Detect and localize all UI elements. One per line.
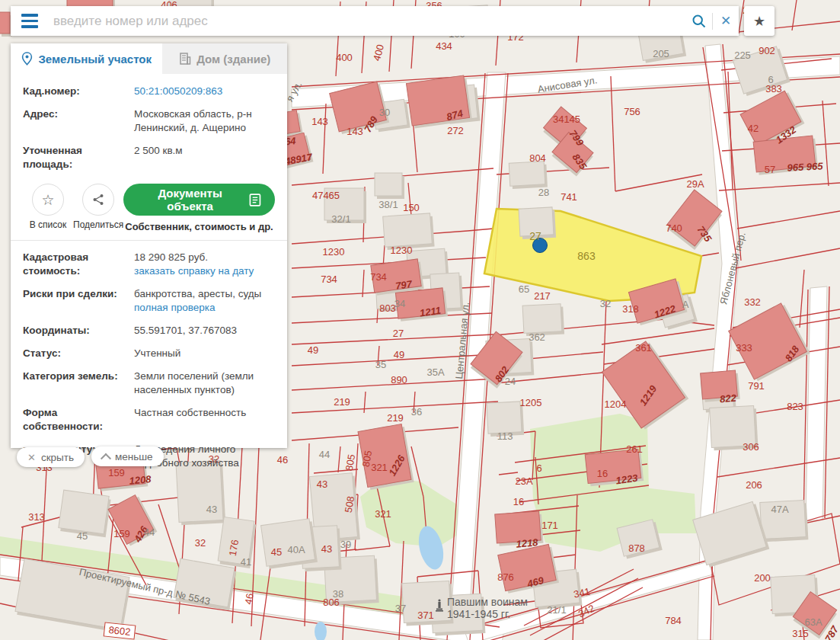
chevron-up-icon bbox=[101, 453, 111, 464]
search-input[interactable] bbox=[49, 14, 686, 29]
share-icon bbox=[82, 184, 114, 216]
tab-label: Дом (здание) bbox=[196, 53, 270, 66]
building-residential bbox=[495, 511, 544, 546]
field-value: банкротства, аресты, суды bbox=[134, 288, 261, 299]
field-row: Координаты:55.591701, 37.767083 bbox=[23, 324, 275, 338]
building bbox=[710, 406, 759, 451]
info-panel: Земельный участок Дом (здание) Кад.номер… bbox=[11, 43, 287, 448]
building-residential bbox=[358, 424, 414, 490]
hide-panel-button[interactable]: ✕ скрыть bbox=[17, 447, 85, 467]
parcel-detail-fields: Кадастровая стоимость:18 290 825 руб.зак… bbox=[23, 251, 275, 470]
field-label: Риски при сделки: bbox=[23, 287, 134, 315]
parcel-marker bbox=[533, 238, 548, 253]
building bbox=[522, 304, 564, 336]
tab-land-parcel[interactable]: Земельный участок bbox=[11, 43, 162, 74]
building-residential bbox=[753, 136, 818, 175]
parcel-main-fields: Кад.номер:50:21:0050209:863Адрес:Московс… bbox=[23, 85, 275, 171]
field-row: Форма собственности:Частная собственност… bbox=[23, 406, 275, 434]
building bbox=[375, 173, 404, 199]
field-row: Кад.номер:50:21:0050209:863 bbox=[23, 85, 275, 98]
document-icon bbox=[249, 193, 261, 207]
field-value: Земли поселений (земли населенных пункто… bbox=[134, 370, 254, 395]
add-to-list-label: В список bbox=[23, 219, 73, 230]
less-label: меньше bbox=[115, 451, 153, 462]
building-residential bbox=[108, 495, 157, 546]
search-bar: ✕ bbox=[11, 6, 739, 36]
building bbox=[324, 188, 366, 223]
tab-house-building[interactable]: Дом (здание) bbox=[162, 43, 287, 74]
field-value[interactable]: 50:21:0050209:863 bbox=[134, 85, 222, 97]
field-label: Уточненная площадь: bbox=[23, 144, 134, 171]
field-value: 2 500 кв.м bbox=[134, 145, 183, 156]
menu-button[interactable] bbox=[11, 6, 49, 36]
field-label: Статус: bbox=[23, 347, 134, 360]
field-label: Кадастровая стоимость: bbox=[23, 251, 134, 278]
building-residential bbox=[667, 190, 722, 250]
docs-caption: Собственник, стоимость и др. bbox=[123, 221, 275, 232]
divider bbox=[11, 240, 287, 241]
add-to-list-button[interactable]: ☆ В список bbox=[23, 184, 73, 230]
field-label: Кад.номер: bbox=[23, 85, 134, 98]
object-documents-button[interactable]: Документы объекта bbox=[123, 184, 275, 216]
field-row: Статус:Учтенный bbox=[23, 347, 275, 360]
building bbox=[760, 501, 809, 542]
field-label: Адрес: bbox=[23, 107, 134, 135]
building bbox=[59, 490, 111, 537]
building bbox=[733, 46, 790, 96]
building-residential bbox=[371, 259, 424, 296]
field-row: Кадастровая стоимость:18 290 825 руб.зак… bbox=[23, 251, 275, 278]
field-value: 18 290 825 руб. bbox=[134, 251, 208, 263]
search-icon[interactable] bbox=[686, 6, 712, 36]
memorial-icon bbox=[435, 599, 444, 613]
tab-label: Земельный участок bbox=[38, 53, 152, 66]
action-buttons-row: ☆ В список Поделиться Документы объекта … bbox=[23, 184, 275, 232]
field-row: Риски при сделки:банкротства, аресты, су… bbox=[23, 287, 275, 315]
share-label: Поделиться bbox=[73, 219, 123, 230]
field-row: Адрес:Московская область, р-н Ленинский,… bbox=[23, 107, 275, 135]
building bbox=[402, 581, 454, 626]
building-residential bbox=[585, 449, 644, 486]
building-residential bbox=[729, 303, 810, 381]
hide-label: скрыть bbox=[41, 452, 74, 463]
field-label: Координаты: bbox=[23, 324, 134, 338]
collapse-panel-button[interactable]: меньше bbox=[91, 446, 164, 466]
field-row: Категория земель:Земли поселений (земли … bbox=[23, 370, 275, 397]
building bbox=[519, 207, 556, 239]
field-row: Уточненная площадь:2 500 кв.м bbox=[23, 144, 275, 171]
building-residential bbox=[395, 288, 448, 322]
favorites-button[interactable]: ★ bbox=[744, 6, 775, 36]
field-link[interactable]: заказать справку на дату bbox=[134, 264, 275, 278]
building bbox=[261, 519, 318, 569]
share-button[interactable]: Поделиться bbox=[73, 184, 123, 230]
building bbox=[383, 213, 435, 250]
building-residential bbox=[701, 370, 740, 402]
building bbox=[176, 461, 225, 526]
field-value: Московская область, р-н Ленинский, д. Ащ… bbox=[134, 108, 252, 133]
panel-tabs: Земельный участок Дом (здание) bbox=[11, 43, 287, 74]
field-link[interactable]: полная проверка bbox=[134, 301, 275, 315]
field-value: Частная собственность bbox=[134, 407, 246, 418]
field-value: Учтенный bbox=[134, 347, 180, 359]
building bbox=[509, 162, 548, 189]
close-icon: ✕ bbox=[27, 452, 36, 463]
docs-button-label: Документы объекта bbox=[137, 187, 243, 213]
field-label: Категория земель: bbox=[23, 370, 134, 397]
building bbox=[218, 517, 256, 568]
close-icon[interactable]: ✕ bbox=[713, 6, 739, 36]
building bbox=[174, 558, 236, 610]
building bbox=[487, 402, 524, 437]
field-value: 55.591701, 37.767083 bbox=[134, 325, 237, 336]
building-icon bbox=[179, 53, 191, 65]
pin-icon bbox=[21, 52, 33, 66]
star-outline-icon: ☆ bbox=[32, 184, 64, 216]
building-residential bbox=[406, 75, 472, 129]
field-label: Форма собственности: bbox=[23, 406, 134, 434]
